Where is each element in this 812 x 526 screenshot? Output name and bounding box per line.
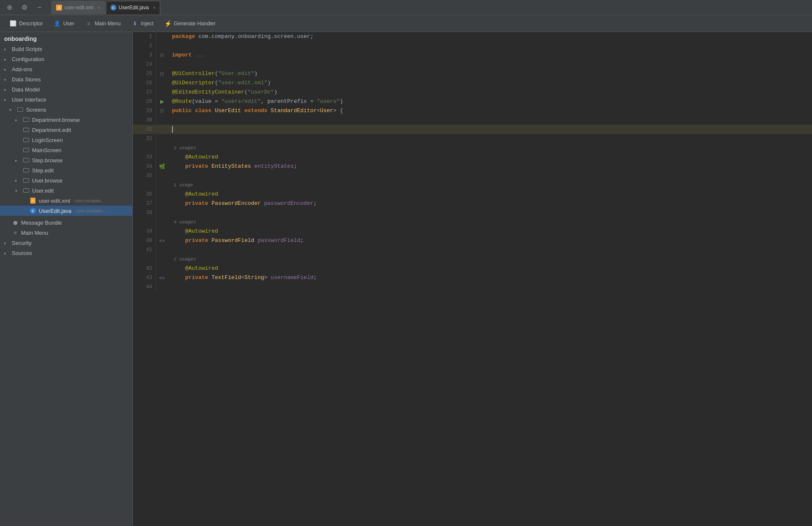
- arrow-icon: ▸: [4, 67, 9, 72]
- arrow-icon: ▸: [15, 118, 20, 122]
- sidebar-label: Data Model: [12, 86, 40, 93]
- sidebar-item-configuration[interactable]: ▸ Configuration: [0, 54, 132, 64]
- sidebar-item-user-edit-xml[interactable]: ▸ X user-edit.xml com.compan...: [0, 196, 132, 206]
- main-menu-button[interactable]: ≡ Main Menu: [81, 18, 125, 29]
- line-num-33: 33: [136, 153, 152, 162]
- line-num-usage42: [136, 255, 152, 264]
- gutter-37: [156, 199, 168, 208]
- sidebar-item-build-scripts[interactable]: ▸ Build Scripts: [0, 44, 132, 54]
- gutter-usage33: [156, 143, 168, 153]
- tab-close-xml[interactable]: ×: [98, 5, 100, 10]
- gutter-3: ⊟: [156, 51, 168, 60]
- gutter-41: [156, 245, 168, 255]
- sidebar-label: UserEdit.java: [39, 208, 71, 214]
- gutter-39: [156, 227, 168, 236]
- line-num-27: 27: [136, 88, 152, 97]
- line-num-30: 30: [136, 115, 152, 125]
- sidebar-item-security[interactable]: ▸ Security: [0, 238, 132, 248]
- user-button[interactable]: 👤 User: [49, 18, 79, 29]
- line-num-1: 1: [136, 32, 152, 41]
- sidebar-item-step-browse[interactable]: ▸ Step.browse: [0, 155, 132, 165]
- sidebar-item-user-interface[interactable]: ▸ User Interface: [0, 94, 132, 105]
- sidebar-item-department-edit[interactable]: ▸ Department.edit: [0, 125, 132, 135]
- sidebar-item-data-model[interactable]: ▸ Data Model: [0, 84, 132, 94]
- code-line-37: private PasswordEncoder passwordEncoder;: [172, 199, 808, 208]
- add-tab-button[interactable]: ⊕: [3, 2, 15, 13]
- sidebar-item-add-ons[interactable]: ▸ Add-ons: [0, 64, 132, 74]
- arrow-icon: ▸: [4, 241, 9, 245]
- sidebar-item-message-bundle[interactable]: ⊗ Message Bundle: [0, 217, 132, 228]
- svg-rect-0: [17, 107, 23, 112]
- sidebar-item-main-menu[interactable]: ≡ Main Menu: [0, 228, 132, 238]
- code-line-25: @UiController("User.edit"): [172, 69, 808, 78]
- minimize-button[interactable]: −: [34, 2, 46, 13]
- sidebar-item-user-edit[interactable]: ▾ User.edit: [0, 185, 132, 196]
- sidebar-item-screens[interactable]: ▾ Screens: [0, 105, 132, 115]
- gutter-31: [156, 125, 168, 134]
- inject-button[interactable]: ⬇ Inject: [127, 18, 158, 29]
- expand-icon: ▾: [15, 188, 20, 193]
- sidebar-item-login-screen[interactable]: ▸ LoginScreen: [0, 135, 132, 145]
- text-cursor: [172, 126, 173, 133]
- gutter-29: ⊟: [156, 106, 168, 115]
- gutter-30: [156, 115, 168, 125]
- gutter-35: [156, 171, 168, 180]
- xml-file-icon: X: [56, 5, 62, 11]
- descriptor-button[interactable]: ⬜ Descriptor: [5, 18, 48, 29]
- sidebar-label: Step.browse: [32, 157, 62, 164]
- gutter-44: [156, 282, 168, 292]
- fold-icon[interactable]: ⊟: [160, 52, 164, 58]
- sidebar-label: Build Scripts: [12, 46, 42, 52]
- gutter-25: ⊟: [156, 69, 168, 78]
- line-num-29: 29: [136, 106, 152, 115]
- sidebar-label: Configuration: [12, 56, 44, 62]
- generate-handler-button[interactable]: ⚡ Generate Handler: [160, 18, 220, 29]
- screens-icon: [17, 106, 24, 113]
- sidebar-label: User.browse: [32, 177, 62, 184]
- line-num-3: 3: [136, 51, 152, 60]
- gutter-27: [156, 88, 168, 97]
- sidebar-item-data-stores[interactable]: ▸ Data Stores: [0, 74, 132, 84]
- run-icon[interactable]: ▶: [160, 99, 164, 105]
- tab-label-java: UserEdit.java: [119, 5, 149, 11]
- tab-user-edit-xml[interactable]: X user-edit.xml ×: [51, 1, 105, 14]
- gutter-usage42: [156, 255, 168, 264]
- code-line-36: @Autowired: [172, 190, 808, 199]
- generate-icon: ⚡: [164, 20, 171, 27]
- sidebar-label: Message Bundle: [21, 220, 62, 226]
- settings-button[interactable]: ⚙: [19, 2, 30, 13]
- screen-icon: [23, 147, 30, 153]
- sidebar-item-sources[interactable]: ▸ Sources: [0, 248, 132, 258]
- sidebar-item-step-edit[interactable]: ▸ Step.edit: [0, 165, 132, 175]
- sidebar-item-UserEdit-java[interactable]: ▸ C UserEdit.java com.compan...: [0, 206, 132, 216]
- screen-icon: [23, 177, 30, 184]
- line-num-39: 39: [136, 227, 152, 236]
- sidebar-label: Step.edit: [32, 167, 54, 174]
- tab-close-java[interactable]: ×: [153, 5, 156, 10]
- arrow-icon: ▸: [4, 251, 9, 255]
- code-line-43: private TextField<String> usernameField;: [172, 273, 808, 282]
- usage-hint-39: 4 usages: [172, 217, 808, 227]
- sidebar-item-user-browse[interactable]: ▸ User.browse: [0, 175, 132, 185]
- xml-file-icon: X: [30, 197, 36, 204]
- fold-icon[interactable]: ⊟: [160, 71, 164, 77]
- tab-bar-controls: ⊕ ⚙ −: [3, 2, 46, 13]
- code-editor[interactable]: 1 package com.company.onboarding.screen.…: [133, 32, 812, 526]
- sidebar-label: Department.browse: [32, 117, 80, 123]
- sidebar-label: User.edit: [32, 188, 54, 194]
- sidebar-label: User Interface: [12, 97, 46, 103]
- code-line-3: import ...: [172, 51, 808, 60]
- fold-icon[interactable]: ⊟: [160, 108, 164, 114]
- sidebar-label: Main Menu: [21, 230, 48, 236]
- code-line-31[interactable]: [172, 125, 808, 134]
- sidebar-item-main-screen[interactable]: ▸ MainScreen: [0, 145, 132, 155]
- code-line-29: public class UserEdit extends StandardEd…: [172, 106, 808, 115]
- line-num-26: 26: [136, 78, 152, 88]
- tab-user-edit-java[interactable]: C UserEdit.java ×: [106, 1, 160, 14]
- sidebar-item-department-browse[interactable]: ▸ Department.browse: [0, 115, 132, 125]
- arrow-icon: ▸: [4, 47, 9, 51]
- gutter-24: [156, 60, 168, 69]
- code-line-27: @EditedEntityContainer("userDc"): [172, 88, 808, 97]
- gutter-42: [156, 264, 168, 273]
- code-line-34: private EntityStates entityStates;: [172, 162, 808, 171]
